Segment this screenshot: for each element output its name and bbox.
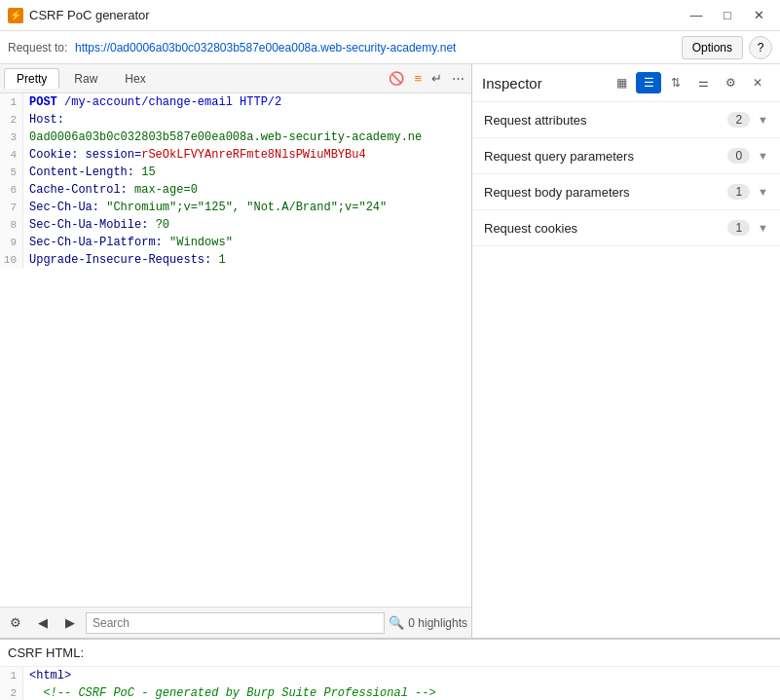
- request-search-bar: ⚙ ◀ ▶ 🔍 0 highlights: [0, 607, 471, 638]
- forward-button[interactable]: ▶: [58, 611, 82, 635]
- more-options-icon[interactable]: ⋯: [449, 69, 467, 88]
- request-line-2: 2 Host:: [0, 111, 471, 129]
- search-icon[interactable]: 🔍: [389, 615, 404, 630]
- url-controls: Options ?: [682, 36, 772, 59]
- help-button[interactable]: ?: [749, 36, 772, 59]
- request-line-4: 4 Cookie: session=rSeOkLFVYAnreRFmte8Nls…: [0, 146, 471, 164]
- csrf-container: CSRF HTML: 1 <html> 2 <!-- CSRF PoC - ge…: [0, 638, 780, 700]
- newline-icon[interactable]: ↵: [428, 69, 445, 88]
- inspector-pane: Inspector ▦ ☰ ⇅ ⚌ ⚙ ✕ Request attributes…: [472, 64, 780, 638]
- url-value: https://0ad0006a03b0c032803b587e00ea008a…: [75, 41, 456, 55]
- chevron-down-icon-4: ▼: [758, 222, 768, 234]
- search-input[interactable]: [86, 612, 385, 634]
- title-bar-left: ⚡ CSRF PoC generator: [8, 8, 150, 23]
- inspector-gear-icon[interactable]: ⚙: [718, 72, 743, 93]
- eye-slash-icon[interactable]: 🚫: [386, 69, 407, 88]
- app-icon: ⚡: [8, 8, 23, 23]
- title-controls: — □ ✕: [683, 6, 772, 25]
- section-count-request-attributes: 2: [727, 112, 750, 128]
- section-label-cookies: Request cookies: [484, 221, 727, 236]
- section-label-request-attributes: Request attributes: [484, 113, 727, 128]
- chevron-down-icon-3: ▼: [758, 186, 768, 198]
- request-line-1: 1 POST /my-account/change-email HTTP/2: [0, 93, 471, 111]
- tab-icons: 🚫 ≡ ↵ ⋯: [386, 69, 467, 88]
- request-line-7: 7 Sec-Ch-Ua: "Chromium";v="125", "Not.A/…: [0, 199, 471, 216]
- tab-raw[interactable]: Raw: [61, 68, 110, 89]
- settings-button[interactable]: ⚙: [4, 611, 27, 635]
- section-count-body-params: 1: [727, 184, 750, 200]
- inspector-filter-icon[interactable]: ⚌: [690, 72, 716, 93]
- inspector-sort-icon[interactable]: ⇅: [663, 72, 688, 93]
- back-button[interactable]: ◀: [31, 611, 55, 635]
- section-label-query-params: Request query parameters: [484, 149, 727, 164]
- csrf-code-area: 1 <html> 2 <!-- CSRF PoC - generated by …: [0, 667, 780, 700]
- section-count-cookies: 1: [727, 220, 750, 236]
- title-bar: ⚡ CSRF PoC generator — □ ✕: [0, 0, 780, 31]
- inspector-section-cookies[interactable]: Request cookies 1 ▼: [472, 210, 780, 246]
- inspector-close-icon[interactable]: ✕: [745, 72, 770, 93]
- inspector-header: Inspector ▦ ☰ ⇅ ⚌ ⚙ ✕: [472, 64, 780, 102]
- highlights-badge: 0 highlights: [408, 616, 467, 630]
- csrf-label: CSRF HTML:: [0, 640, 780, 667]
- inspector-section-request-attributes[interactable]: Request attributes 2 ▼: [472, 102, 780, 138]
- request-tab-bar: Pretty Raw Hex 🚫 ≡ ↵ ⋯: [0, 64, 471, 93]
- csrf-line-2: 2 <!-- CSRF PoC - generated by Burp Suit…: [0, 684, 780, 700]
- url-display: Request to: https://0ad0006a03b0c032803b…: [8, 40, 456, 55]
- inspector-grid-icon[interactable]: ▦: [609, 72, 634, 93]
- request-line-9: 9 Sec-Ch-Ua-Platform: "Windows": [0, 234, 471, 251]
- inspector-list-icon[interactable]: ☰: [636, 72, 661, 93]
- options-button[interactable]: Options: [682, 36, 743, 59]
- format-icon[interactable]: ≡: [411, 69, 425, 88]
- inspector-section-body-params[interactable]: Request body parameters 1 ▼: [472, 174, 780, 210]
- section-label-body-params: Request body parameters: [484, 185, 727, 200]
- minimize-button[interactable]: —: [683, 6, 710, 25]
- request-line-8: 8 Sec-Ch-Ua-Mobile: ?0: [0, 216, 471, 234]
- close-button[interactable]: ✕: [745, 6, 772, 25]
- chevron-down-icon: ▼: [758, 114, 768, 126]
- section-count-query-params: 0: [727, 148, 750, 164]
- request-line-3: 3 0ad0006a03b0c032803b587e00ea008a.web-s…: [0, 129, 471, 146]
- tab-pretty[interactable]: Pretty: [4, 68, 59, 89]
- maximize-button[interactable]: □: [714, 6, 741, 25]
- inspector-title: Inspector: [482, 75, 603, 92]
- request-code-area: 1 POST /my-account/change-email HTTP/2 2…: [0, 93, 471, 607]
- app-title: CSRF PoC generator: [29, 8, 150, 22]
- inspector-icon-group: ▦ ☰ ⇅ ⚌ ⚙ ✕: [609, 72, 770, 93]
- main-container: Pretty Raw Hex 🚫 ≡ ↵ ⋯ 1 POST /my-accoun…: [0, 64, 780, 638]
- url-bar: Request to: https://0ad0006a03b0c032803b…: [0, 31, 780, 64]
- chevron-down-icon-2: ▼: [758, 150, 768, 162]
- inspector-section-query-params[interactable]: Request query parameters 0 ▼: [472, 138, 780, 174]
- csrf-line-1: 1 <html>: [0, 667, 780, 684]
- request-line-10: 10 Upgrade-Insecure-Requests: 1: [0, 251, 471, 269]
- tab-hex[interactable]: Hex: [112, 68, 158, 89]
- url-label: Request to:: [8, 41, 67, 55]
- request-line-5: 5 Content-Length: 15: [0, 164, 471, 181]
- request-line-6: 6 Cache-Control: max-age=0: [0, 181, 471, 199]
- left-pane: Pretty Raw Hex 🚫 ≡ ↵ ⋯ 1 POST /my-accoun…: [0, 64, 472, 638]
